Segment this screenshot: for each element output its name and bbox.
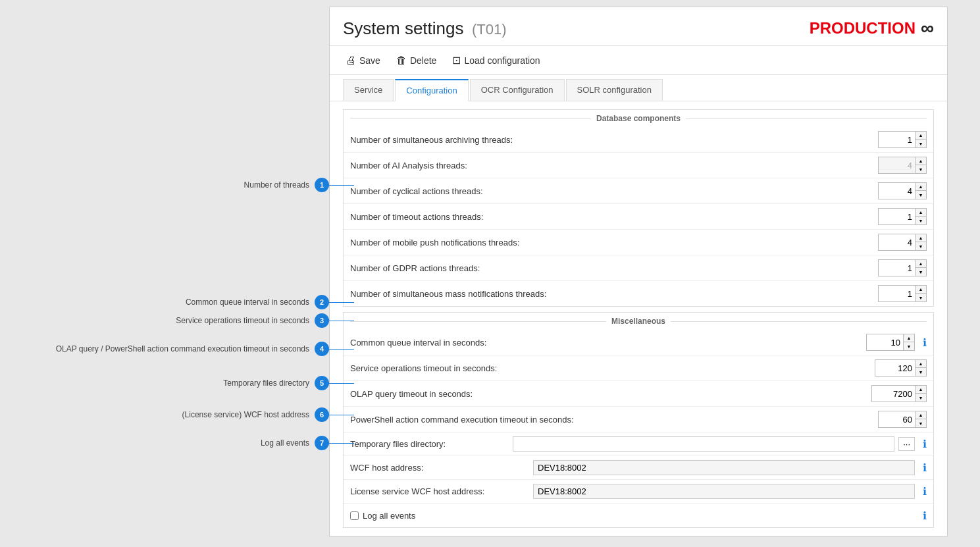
- gdpr-threads-field[interactable]: [879, 260, 915, 276]
- gdpr-threads-input[interactable]: ▲ ▼: [878, 259, 927, 276]
- log-events-checkbox[interactable]: [350, 511, 359, 520]
- archiving-threads-field[interactable]: [879, 132, 915, 147]
- spin-down[interactable]: ▼: [916, 242, 926, 250]
- wcf-host-input[interactable]: [533, 460, 915, 475]
- service-timeout-field[interactable]: [875, 360, 915, 376]
- spin-up[interactable]: ▲: [916, 157, 926, 165]
- spin-up[interactable]: ▲: [916, 132, 926, 140]
- temp-dir-input[interactable]: [513, 436, 894, 452]
- field-value: ▲ ▼: [875, 359, 927, 377]
- annotation-label: Log all events: [261, 438, 309, 448]
- gdpr-threads-spinner[interactable]: ▲ ▼: [915, 260, 926, 276]
- delete-button[interactable]: 🗑 Delete: [394, 53, 439, 68]
- olap-timeout-spinner[interactable]: ▲ ▼: [915, 386, 926, 402]
- ps-timeout-field[interactable]: [879, 411, 915, 427]
- service-timeout-input[interactable]: ▲ ▼: [875, 359, 927, 377]
- info-icon[interactable]: ℹ: [923, 485, 927, 498]
- annotation-4: OLAP query / PowerShell action command e…: [56, 342, 329, 356]
- spin-down[interactable]: ▼: [916, 394, 926, 402]
- field-label: Common queue interval in seconds:: [350, 338, 866, 348]
- olap-timeout-input[interactable]: ▲ ▼: [871, 385, 927, 402]
- info-icon[interactable]: ℹ: [923, 336, 927, 349]
- ai-threads-input[interactable]: ▲ ▼: [878, 157, 927, 174]
- info-icon[interactable]: ℹ: [923, 438, 927, 450]
- field-label: Number of cyclical actions threads:: [350, 186, 878, 196]
- spin-down[interactable]: ▼: [916, 294, 926, 301]
- db-section-title: Database components: [591, 110, 686, 127]
- cyclical-threads-spinner[interactable]: ▲ ▼: [915, 183, 926, 199]
- spin-up[interactable]: ▲: [916, 411, 926, 419]
- info-icon[interactable]: ℹ: [923, 461, 927, 474]
- tabs: Service Configuration OCR Configuration …: [330, 75, 947, 101]
- ai-threads-field[interactable]: [879, 157, 915, 173]
- tab-configuration[interactable]: Configuration: [395, 79, 468, 101]
- queue-interval-spinner[interactable]: ▲ ▼: [903, 334, 914, 350]
- save-button[interactable]: 🖨 Save: [343, 53, 383, 68]
- annotation-line: [328, 415, 354, 415]
- spin-down[interactable]: ▼: [916, 140, 926, 147]
- annotation-label: (License service) WCF host address: [182, 410, 309, 419]
- field-log-events: Log all events ℹ: [344, 504, 933, 527]
- cyclical-threads-field[interactable]: [879, 183, 915, 199]
- spin-down[interactable]: ▼: [904, 342, 914, 350]
- tab-service[interactable]: Service: [343, 79, 394, 101]
- save-label: Save: [359, 55, 380, 66]
- annotation-5: Temporary files directory5: [223, 376, 329, 390]
- annotation-label: Common queue interval in seconds: [186, 298, 309, 307]
- spin-up[interactable]: ▲: [916, 183, 926, 191]
- spin-down[interactable]: ▼: [916, 268, 926, 276]
- push-threads-input[interactable]: ▲ ▼: [878, 234, 927, 251]
- spin-up[interactable]: ▲: [916, 286, 926, 294]
- mass-notif-threads-input[interactable]: ▲ ▼: [878, 285, 927, 302]
- archiving-threads-spinner[interactable]: ▲ ▼: [915, 132, 926, 147]
- timeout-threads-field[interactable]: [879, 209, 915, 224]
- field-value: ··· ℹ: [513, 436, 927, 452]
- annotation-badge: 4: [315, 342, 329, 356]
- misc-section-title: Miscellaneous: [606, 313, 671, 330]
- field-value: Log all events ℹ: [350, 509, 927, 522]
- timeout-threads-input[interactable]: ▲ ▼: [878, 208, 927, 225]
- spin-up[interactable]: ▲: [916, 260, 926, 268]
- section-header-db: Database components: [344, 110, 933, 127]
- field-wcf-host: WCF host address: ℹ: [344, 456, 933, 480]
- spin-up[interactable]: ▲: [916, 386, 926, 394]
- spin-up[interactable]: ▲: [916, 209, 926, 217]
- push-threads-spinner[interactable]: ▲ ▼: [915, 234, 926, 250]
- annotation-line: [328, 185, 354, 186]
- ps-timeout-input[interactable]: ▲ ▼: [878, 411, 927, 428]
- service-timeout-spinner[interactable]: ▲ ▼: [915, 360, 926, 376]
- info-icon[interactable]: ℹ: [923, 509, 927, 522]
- field-service-timeout: Service operations timeout in seconds: ▲…: [344, 355, 933, 381]
- field-label: Number of GDPR actions threads:: [350, 263, 878, 273]
- field-label: Temporary files directory:: [350, 439, 513, 449]
- browse-button[interactable]: ···: [898, 437, 915, 451]
- cyclical-threads-input[interactable]: ▲ ▼: [878, 182, 927, 199]
- archiving-threads-input[interactable]: ▲ ▼: [878, 131, 927, 148]
- spin-down[interactable]: ▼: [916, 191, 926, 199]
- ai-threads-spinner[interactable]: ▲ ▼: [915, 157, 926, 173]
- spin-down[interactable]: ▼: [916, 419, 926, 427]
- annotation-badge: 5: [315, 376, 329, 390]
- tab-ocr[interactable]: OCR Configuration: [470, 79, 565, 101]
- license-wcf-host-input[interactable]: [533, 484, 915, 499]
- push-threads-field[interactable]: [879, 234, 915, 250]
- load-config-button[interactable]: ⊡ Load configuration: [450, 53, 542, 68]
- ps-timeout-spinner[interactable]: ▲ ▼: [915, 411, 926, 427]
- spin-up[interactable]: ▲: [916, 360, 926, 368]
- spin-up[interactable]: ▲: [916, 234, 926, 242]
- olap-timeout-field[interactable]: [872, 386, 915, 402]
- spin-down[interactable]: ▼: [916, 165, 926, 173]
- mass-notif-threads-spinner[interactable]: ▲ ▼: [915, 286, 926, 301]
- spin-down[interactable]: ▼: [916, 368, 926, 376]
- queue-interval-input[interactable]: ▲ ▼: [866, 334, 915, 351]
- queue-interval-field[interactable]: [867, 334, 903, 350]
- miscellaneous-section: Miscellaneous Common queue interval in s…: [343, 312, 934, 528]
- spin-up[interactable]: ▲: [904, 334, 914, 342]
- spin-down[interactable]: ▼: [916, 217, 926, 224]
- annotation-line: [328, 443, 354, 444]
- mass-notif-threads-field[interactable]: [879, 286, 915, 301]
- tab-solr[interactable]: SOLR configuration: [566, 79, 663, 101]
- database-section: Database components Number of simultaneo…: [343, 109, 934, 307]
- timeout-threads-spinner[interactable]: ▲ ▼: [915, 209, 926, 224]
- field-value: ▲ ▼: [878, 234, 927, 251]
